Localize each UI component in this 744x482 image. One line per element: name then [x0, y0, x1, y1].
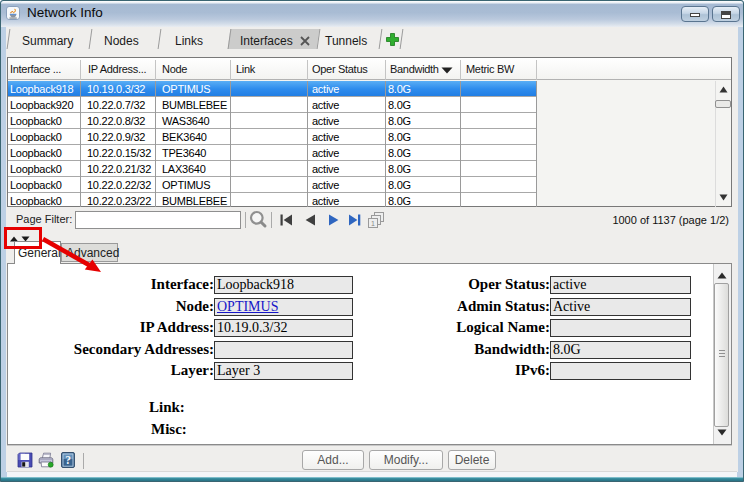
svg-text:?: ? [65, 454, 71, 466]
svg-text:1: 1 [371, 220, 375, 227]
